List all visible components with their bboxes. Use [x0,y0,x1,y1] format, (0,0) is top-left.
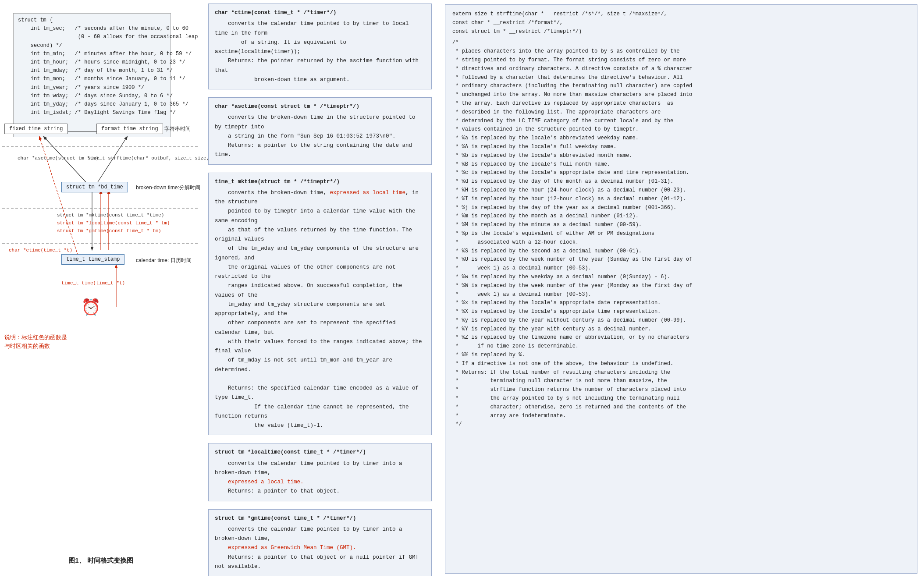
svg-line-6 [39,137,79,259]
time-stamp-box: time_t time_stamp [61,254,124,265]
func-mktime: time_t mktime(struct tm * /*timeptr*/) c… [208,173,432,436]
localtime-func-label: struct tm *localtime(const time_t * tm) [57,220,170,226]
time-stamp-label: time_t time_stamp [66,256,120,262]
func-localtime-desc: converts the calendar time pointed to by… [215,459,425,496]
func-localtime-sig: struct tm *localtime(const time_t * /*ti… [215,448,425,457]
calendar-time-label: calendar time: 日历时间 [136,257,192,264]
asctime-func-label: char *asctime(struct tm *tm) [18,156,99,161]
char-label: 字符串时间 [164,125,191,133]
format-time-string-box: format time string [96,124,163,134]
strftime-comment: /* * places characters into the array po… [452,39,910,429]
func-asctime-desc: converts the broken-down time in the str… [215,113,425,160]
func-ctime-sig: char *ctime(const time_t * /*timer*/) [215,8,425,18]
func-mktime-sig: time_t mktime(struct tm * /*timeptr*/) [215,177,425,187]
asctime-func-text: char *asctime(struct tm *tm) [18,156,99,161]
struct-bd-time-box: struct tm *bd_time [61,182,128,192]
mktime-func-label: struct tm *mktime(const time_t *time) [57,213,164,218]
fig1-caption: 图1、 时间格式变换图 [68,557,133,565]
func-gmtime-sig: struct tm *gmtime(const time_t * /*timer… [215,514,425,523]
func-localtime: struct tm *localtime(const time_t * /*ti… [208,443,432,501]
diagram-area: fixed time string format time string 字符串… [0,114,202,368]
fixed-time-string-box: fixed time string [4,124,68,134]
clock-icon: ⏰ [81,298,101,317]
fixed-time-string-label: fixed time string [9,126,63,132]
struct-bd-time-label: struct tm *bd_time [66,184,123,190]
right-panel: extern size_t strftime(char * __restrict… [438,0,924,578]
func-gmtime: struct tm *gmtime(const time_t * /*timer… [208,509,432,577]
right-content: extern size_t strftime(char * __restrict… [445,4,917,574]
format-time-string-label: format time string [101,126,158,132]
gmtime-func-label: struct tm *gmtime(const time_t * tm) [57,228,161,234]
time-func-label: time_t time(time_t *t) [61,280,125,286]
note-box: 说明：标注红色的函数是与时区相关的函数 [4,333,70,350]
ctime-func-label: char *ctime(time_t *t) [9,248,72,253]
func-gmtime-desc: converts the calendar time pointed to by… [215,525,425,571]
func-ctime-desc: converts the calendar time pointed to by… [215,19,425,85]
func-asctime-sig: char *asctime(const struct tm * /*timept… [215,102,425,111]
func-mktime-desc: converts the broken-down time, expressed… [215,188,425,431]
func-ctime: char *ctime(const time_t * /*timer*/) co… [208,4,432,89]
strftime-sig: extern size_t strftime(char * __restrict… [452,10,910,36]
broken-down-label: broken-down time:分解时间 [136,184,200,191]
func-asctime: char *asctime(const struct tm * /*timept… [208,97,432,165]
